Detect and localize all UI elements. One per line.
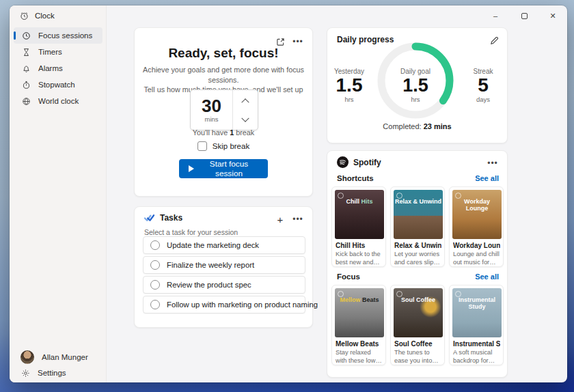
settings-label: Settings [38,369,66,377]
chevron-down-icon [241,114,249,122]
break-info: You'll have 1 break [135,128,312,137]
sidebar-item-focus-sessions[interactable]: Focus sessions [14,27,102,44]
minutes-value: 30 [202,97,221,115]
tasks-title: Tasks [160,213,182,223]
sidebar-item-stopwatch[interactable]: Stopwatch [14,76,102,93]
decrease-minutes-button[interactable] [233,110,258,130]
playlist-description: Let your worries and cares slip away. [394,251,442,266]
tasks-more-button[interactable]: ••• [290,212,305,226]
settings-button[interactable]: Settings [20,368,66,378]
avatar [20,350,34,364]
album-art: Instrumental Study [452,288,502,337]
daily-goal-stat: Daily goal 1.5 hrs [394,68,437,103]
duration-value: 30 mins [191,90,233,130]
completed-time: Completed: 23 mins [327,122,507,130]
playlist-description: Stay relaxed with these low-key beat… [336,349,383,365]
user-account[interactable]: Allan Munger [20,350,88,364]
playlist-tile-mellow-beats[interactable]: Mellow Beats Mellow Beats Stay relaxed w… [331,285,386,365]
titlebar: Clock [19,11,55,20]
playlist-title: Soul Coffee [394,340,441,348]
spotify-brand-label: Spotify [353,158,381,167]
task-label: Update the marketing deck [167,241,259,249]
spotify-logo-icon [337,156,348,168]
focus-sessions-icon [21,31,31,40]
album-art: Soul Coffee [394,288,443,337]
sidebar-item-label: World clock [38,97,79,105]
daily-progress-card: Daily progress Yesterday 1.5 hrs Daily g… [327,27,508,143]
shortcuts-heading: Shortcuts [337,174,374,182]
playlist-title: Chill Hits [336,242,383,249]
focus-title: Ready, set, focus! [135,46,312,61]
focus-session-card: ••• Ready, set, focus! Achieve your goal… [134,27,313,197]
sidebar-item-timers[interactable]: Timers [14,44,102,60]
play-icon [189,165,194,172]
playlist-tile-workday-lounge[interactable]: Workday Lounge Workday Lounge Lounge and… [449,186,504,267]
increase-minutes-button[interactable] [233,90,258,110]
hourglass-icon [21,47,31,57]
tasks-card: Tasks + ••• Select a task for your sessi… [134,206,313,328]
duration-spinner[interactable]: 30 mins [190,89,258,130]
album-art: Relax & Unwind [394,190,443,239]
task-label: Follow up with marketing on product nami… [167,300,318,309]
task-row[interactable]: Finalize the weekly report [143,256,305,274]
maximize-icon [521,13,528,19]
skip-break-checkbox[interactable] [197,141,207,151]
playlist-tile-instrumental-study[interactable]: Instrumental Study Instrumental Study A … [449,285,504,365]
album-art: Chill Hits [335,190,384,239]
user-name: Allan Munger [42,353,88,361]
task-radio[interactable] [150,300,160,309]
ellipsis-icon: ••• [292,39,303,44]
playlist-title: Relax & Unwind [394,242,441,249]
shortcuts-see-all-link[interactable]: See all [475,174,499,182]
sidebar-item-label: Alarms [38,64,63,72]
task-label: Review the product spec [167,281,251,289]
task-row[interactable]: Follow up with marketing on product nami… [143,296,305,313]
maximize-button[interactable] [510,5,538,26]
globe-icon [21,96,31,106]
task-radio[interactable] [150,240,160,250]
playlist-description: Kick back to the best new and rece… [336,251,383,266]
sidebar-item-label: Stopwatch [38,81,75,89]
add-task-button[interactable]: + [273,212,288,226]
gear-icon [20,368,30,378]
playlist-description: Lounge and chill out music for your wor… [453,251,501,266]
album-art: Mellow Beats [335,288,384,337]
minimize-button[interactable]: – [481,5,510,26]
close-button[interactable]: ✕ [538,5,567,26]
ellipsis-icon: ••• [292,216,303,222]
edit-goal-button[interactable] [487,33,502,47]
selected-accent-bar [14,31,16,40]
streak-stat: Streak 5 days [461,68,505,103]
playlist-tile-chill-hits[interactable]: Chill Hits Chill Hits Kick back to the b… [331,186,386,267]
start-focus-session-button[interactable]: Start focus session [179,159,268,178]
playlist-title: Workday Lounge [453,242,500,249]
task-label: Finalize the weekly report [167,261,254,269]
focus-see-all-link[interactable]: See all [475,272,499,281]
sidebar-item-label: Focus sessions [38,31,92,40]
bell-icon [21,64,31,73]
album-art: Workday Lounge [452,190,502,239]
task-row[interactable]: Update the marketing deck [143,236,305,254]
window-controls: – ✕ [481,5,567,26]
todo-checkmark-icon [144,214,154,222]
minutes-unit: mins [204,115,218,123]
spotify-more-button[interactable]: ••• [485,156,500,170]
sidebar-item-world-clock[interactable]: World clock [14,93,102,109]
tasks-subtitle: Select a task for your session [144,228,238,236]
stopwatch-icon [21,80,31,89]
playlist-tile-soul-coffee[interactable]: Soul Coffee Soul Coffee The tunes to eas… [390,285,445,365]
yesterday-stat: Yesterday 1.5 hrs [327,68,371,103]
task-row[interactable]: Review the product spec [143,276,305,294]
sidebar-item-label: Timers [38,48,62,56]
chevron-up-icon [241,98,249,106]
task-radio[interactable] [150,260,160,270]
clock-app-icon [19,11,29,20]
clock-app-window: Clock – ✕ Focus sessions Timers Alarms [10,5,567,382]
playlist-title: Instrumental Study [453,340,500,348]
plus-icon: + [277,214,284,225]
playlist-tile-relax-unwind[interactable]: Relax & Unwind Relax & Unwind Let your w… [390,186,445,267]
task-radio[interactable] [150,280,160,290]
ellipsis-icon: ••• [487,160,498,166]
playlist-title: Mellow Beats [336,340,383,348]
sidebar-item-alarms[interactable]: Alarms [14,60,102,76]
